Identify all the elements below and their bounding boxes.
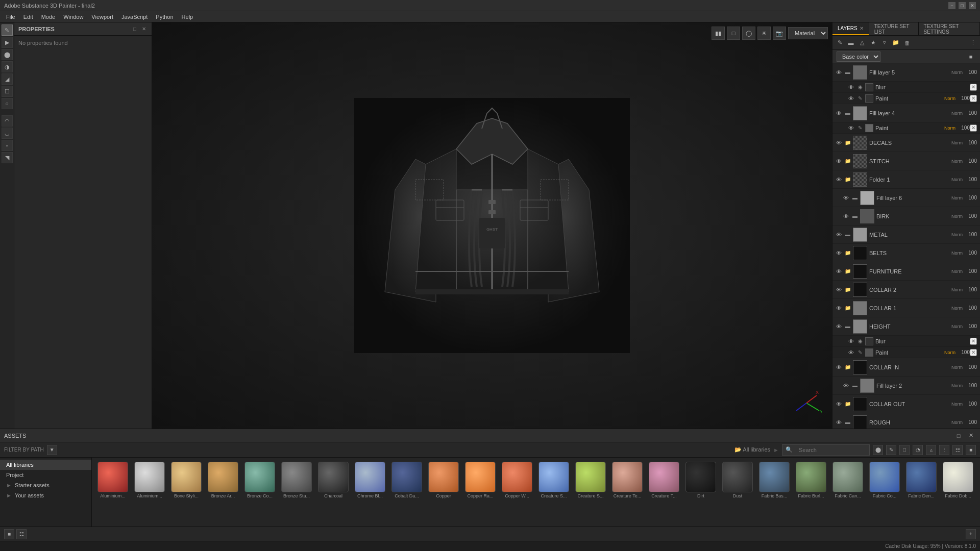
library-starter[interactable]: ► Starter assets: [0, 480, 91, 490]
asset-dirt[interactable]: Dirt: [684, 462, 718, 498]
library-all[interactable]: All libraries: [0, 460, 91, 470]
restore-button[interactable]: □: [959, 2, 966, 9]
layer-vis-folder1[interactable]: 👁: [835, 176, 843, 184]
view-texture[interactable]: □: [899, 445, 910, 455]
layer-vis-belts[interactable]: 👁: [835, 249, 843, 257]
layer-fill2[interactable]: 👁 ▬ Fill layer 2 Norm 100: [832, 377, 980, 395]
menu-javascript[interactable]: JavaScript: [117, 13, 152, 21]
layer-vis-rough[interactable]: 👁: [835, 418, 843, 427]
menu-viewport[interactable]: Viewport: [87, 13, 117, 21]
filter-btn[interactable]: ▼: [47, 445, 57, 455]
layer-close-blur1[interactable]: ✕: [970, 84, 977, 91]
asset-view-icons[interactable]: ■: [4, 529, 14, 539]
layer-metal[interactable]: 👁 ▬ METAL Norm 100: [832, 226, 980, 244]
layer-collar1[interactable]: 👁 📁 COLLAR 1 Norm 100: [832, 299, 980, 317]
layer-vis-blur2[interactable]: 👁: [847, 337, 855, 345]
asset-fabric-co[interactable]: Fabric Co...: [868, 462, 901, 498]
viewport-light[interactable]: ☀: [757, 27, 771, 40]
layer-stitch[interactable]: 👁 📁 STITCH Norm 100: [832, 152, 980, 170]
minimize-button[interactable]: −: [948, 2, 955, 9]
tool-anchor[interactable]: ◠: [2, 115, 13, 127]
layer-folder1[interactable]: 👁 📁 Folder 1 Norm 100: [832, 170, 980, 189]
asset-cobalt-da[interactable]: Cobalt Da...: [390, 462, 424, 498]
layer-vis-metal[interactable]: 👁: [835, 231, 843, 239]
menu-window[interactable]: Window: [59, 13, 87, 21]
layer-vis-fill5[interactable]: 👁: [835, 68, 843, 77]
view-large[interactable]: ■: [966, 445, 976, 455]
layer-vis-height[interactable]: 👁: [835, 322, 843, 331]
layer-vis-fill6[interactable]: 👁: [842, 194, 850, 202]
view-paint[interactable]: ◔: [913, 445, 923, 455]
viewport-material[interactable]: ◯: [742, 27, 755, 40]
asset-chrome-bl[interactable]: Chrome Bl...: [353, 462, 387, 498]
layer-vis-collar2[interactable]: 👁: [835, 286, 843, 294]
layers-list[interactable]: 👁 ▬ Fill layer 5 Norm 100 👁 ◉ Blur ✕ 👁 ✎: [832, 63, 980, 429]
asset-fabric-burl[interactable]: Fabric Burl...: [794, 462, 828, 498]
asset-add[interactable]: +: [966, 529, 976, 539]
channel-view-btn[interactable]: ■: [966, 52, 976, 62]
tool-blur[interactable]: ○: [2, 98, 13, 109]
library-project[interactable]: Project: [0, 470, 91, 480]
tab-texture-set-settings[interactable]: TEXTURE SET SETTINGS: [919, 22, 980, 35]
asset-view-list2[interactable]: ☷: [16, 529, 27, 539]
properties-close[interactable]: ✕: [140, 26, 148, 33]
asset-fabric-dob[interactable]: Fabric Dob...: [941, 462, 975, 498]
view-brush[interactable]: ✎: [886, 445, 896, 455]
tool-smudge[interactable]: ◑: [2, 61, 13, 72]
layer-fx[interactable]: ★: [868, 38, 878, 48]
layer-vis-decals[interactable]: 👁: [835, 139, 843, 147]
asset-copper[interactable]: Copper: [427, 462, 460, 498]
layer-filter[interactable]: ▿: [879, 38, 890, 48]
view-grid[interactable]: ⋮: [939, 445, 949, 455]
layer-vis-collarout[interactable]: 👁: [835, 400, 843, 408]
layer-collarout[interactable]: 👁 📁 COLLAR OUT Norm 100: [832, 395, 980, 413]
properties-dock[interactable]: □: [131, 26, 138, 33]
base-color-select[interactable]: Base color: [837, 52, 880, 62]
asset-copper-w[interactable]: Copper W...: [500, 462, 534, 498]
asset-bronze-sta[interactable]: Bronze Sta...: [280, 462, 313, 498]
view-filter[interactable]: ▵: [926, 445, 936, 455]
tool-clone[interactable]: ◢: [2, 73, 13, 85]
layer-paint1[interactable]: 👁 ✎ Paint Norm 100 ✕: [832, 93, 980, 104]
viewport-pause[interactable]: ▮▮: [712, 27, 725, 40]
layer-blur1[interactable]: 👁 ◉ Blur ✕: [832, 82, 980, 93]
assets-expand[interactable]: □: [953, 431, 964, 441]
asset-dust[interactable]: Dust: [721, 462, 754, 498]
tool-select[interactable]: ▶: [2, 37, 13, 48]
material-dropdown[interactable]: Material: [788, 27, 828, 39]
layer-vis-birk[interactable]: 👁: [842, 212, 850, 220]
tool-geometry[interactable]: ▫: [2, 140, 13, 151]
menu-edit[interactable]: Edit: [19, 13, 37, 21]
tab-texture-set-list[interactable]: TEXTURE SET LIST: [869, 22, 919, 35]
asset-creature-t[interactable]: Creature T...: [647, 462, 681, 498]
tool-paint[interactable]: ✎: [2, 24, 13, 36]
layer-close-paint2[interactable]: ✕: [970, 124, 977, 132]
layer-close-paint3[interactable]: ✕: [970, 349, 977, 356]
asset-fabric-den[interactable]: Fabric Den...: [904, 462, 938, 498]
layer-more[interactable]: ⋮: [968, 38, 978, 48]
layer-vis-paint1[interactable]: 👁: [847, 94, 855, 103]
menu-mode[interactable]: Mode: [37, 13, 60, 21]
layer-fill6[interactable]: 👁 ▬ Fill layer 6 Norm 100: [832, 189, 980, 207]
asset-fabric-bas[interactable]: Fabric Bas...: [757, 462, 791, 498]
asset-charcoal[interactable]: Charcoal: [316, 462, 350, 498]
search-input[interactable]: [795, 444, 866, 456]
layer-vis-paint2[interactable]: 👁: [847, 124, 855, 132]
tab-layers-close[interactable]: ✕: [860, 26, 864, 31]
layer-height[interactable]: 👁 ▬ HEIGHT Norm 100: [832, 317, 980, 336]
asset-bronze-ar[interactable]: Bronze Ar...: [206, 462, 240, 498]
layer-birk[interactable]: 👁 ▬ BIRK Norm 100: [832, 207, 980, 226]
layer-collarin[interactable]: 👁 📁 COLLAR IN Norm 100: [832, 358, 980, 377]
asset-bronze-co[interactable]: Bronze Co...: [243, 462, 277, 498]
tool-fill[interactable]: ⬤: [2, 49, 13, 60]
layer-add-fill[interactable]: ▬: [846, 38, 856, 48]
tool-eraser[interactable]: ☐: [2, 86, 13, 97]
layer-vis-collar1[interactable]: 👁: [835, 304, 843, 312]
layer-vis-fill4[interactable]: 👁: [835, 109, 843, 117]
layer-mask[interactable]: △: [857, 38, 867, 48]
viewport-frame[interactable]: □: [727, 27, 740, 40]
layer-vis-fill2[interactable]: 👁: [842, 382, 850, 390]
asset-creature-s1[interactable]: Creature S...: [537, 462, 571, 498]
layer-close-blur2[interactable]: ✕: [970, 338, 977, 345]
assets-close[interactable]: ✕: [966, 431, 976, 441]
